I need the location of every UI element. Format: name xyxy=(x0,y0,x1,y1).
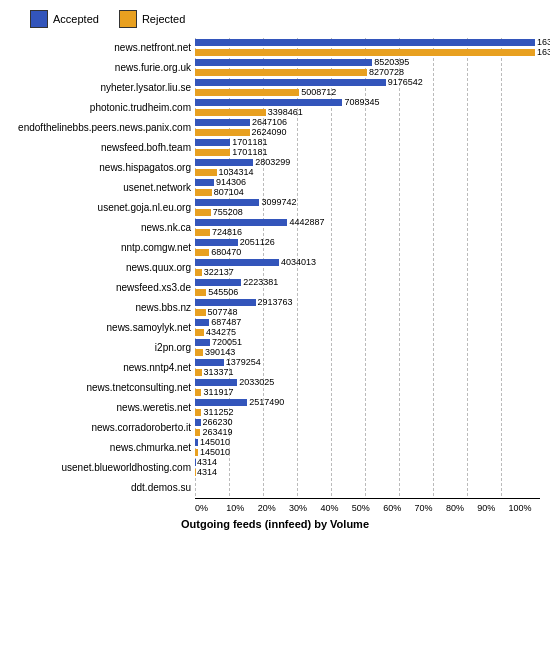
row-label: newsfeed.bofh.team xyxy=(10,142,195,153)
bar-section: 720051390143 xyxy=(195,338,540,356)
bar-accepted xyxy=(195,239,238,246)
bar-section: 914306807104 xyxy=(195,178,540,196)
row-label: news.corradoroberto.it xyxy=(10,422,195,433)
bar-section: 1379254313371 xyxy=(195,358,540,376)
x-axis-label: 0% xyxy=(195,503,226,513)
bar-section: 2223381545506 xyxy=(195,278,540,296)
bar-accepted xyxy=(195,59,372,66)
bar-accepted xyxy=(195,319,209,326)
bar-rejected xyxy=(195,89,299,96)
bar-rejected xyxy=(195,189,212,196)
row-label: usenet.blueworldhosting.com xyxy=(10,462,195,473)
row-label: usenet.network xyxy=(10,182,195,193)
table-row: news.furie.org.uk85203958270728 xyxy=(10,58,540,76)
table-row: usenet.goja.nl.eu.org3099742755208 xyxy=(10,198,540,216)
table-row: news.hispagatos.org28032991034314 xyxy=(10,158,540,176)
accepted-value: 1379254 xyxy=(226,357,261,367)
row-label: newsfeed.xs3.de xyxy=(10,282,195,293)
bar-rejected xyxy=(195,289,206,296)
bar-rejected xyxy=(195,109,266,116)
bar-section: 43144314 xyxy=(195,458,540,476)
bar-rejected xyxy=(195,169,217,176)
table-row: news.netfront.net1635247416352474 xyxy=(10,38,540,56)
bar-section xyxy=(195,478,540,496)
bar-rejected xyxy=(195,269,202,276)
accepted-value: 145010 xyxy=(200,437,230,447)
accepted-value: 4034013 xyxy=(281,257,316,267)
bar-rejected xyxy=(195,429,200,436)
rejected-value: 3398461 xyxy=(268,107,303,117)
accepted-value: 4314 xyxy=(197,457,217,467)
rejected-value: 1701181 xyxy=(232,147,267,157)
bar-accepted xyxy=(195,379,237,386)
chart-title: Outgoing feeds (innfeed) by Volume xyxy=(10,518,540,530)
bar-section: 145010145010 xyxy=(195,438,540,456)
accepted-value: 720051 xyxy=(212,337,242,347)
x-axis-label: 80% xyxy=(446,503,477,513)
table-row: news.chmurka.net145010145010 xyxy=(10,438,540,456)
table-row: ddt.demos.su xyxy=(10,478,540,496)
rejected-value: 263419 xyxy=(202,427,232,437)
rejected-value: 545506 xyxy=(208,287,238,297)
bar-rejected xyxy=(195,249,209,256)
accepted-value: 266230 xyxy=(203,417,233,427)
rejected-value: 755208 xyxy=(213,207,243,217)
bar-accepted xyxy=(195,439,198,446)
x-axis-label: 60% xyxy=(383,503,414,513)
legend-accepted-label: Accepted xyxy=(53,13,99,25)
bar-section: 28032991034314 xyxy=(195,158,540,176)
bar-accepted xyxy=(195,199,259,206)
bar-rejected xyxy=(195,409,201,416)
bar-section: 687487434275 xyxy=(195,318,540,336)
bar-section: 266230263419 xyxy=(195,418,540,436)
bar-rejected xyxy=(195,369,202,376)
row-label: news.tnetconsulting.net xyxy=(10,382,195,393)
bar-accepted xyxy=(195,219,287,226)
rejected-value: 145010 xyxy=(200,447,230,457)
x-axis-labels: 0%10%20%30%40%50%60%70%80%90%100% xyxy=(195,503,540,513)
legend: Accepted Rejected xyxy=(30,10,540,28)
bar-section: 85203958270728 xyxy=(195,58,540,76)
legend-accepted: Accepted xyxy=(30,10,99,28)
table-row: news.corradoroberto.it266230263419 xyxy=(10,418,540,436)
bar-accepted xyxy=(195,279,241,286)
accepted-value: 687487 xyxy=(211,317,241,327)
accepted-value: 2223381 xyxy=(243,277,278,287)
row-label: news.furie.org.uk xyxy=(10,62,195,73)
table-row: usenet.network914306807104 xyxy=(10,178,540,196)
accepted-value: 2033025 xyxy=(239,377,274,387)
rejected-value: 311252 xyxy=(203,407,233,417)
bar-rejected xyxy=(195,329,204,336)
row-label: news.weretis.net xyxy=(10,402,195,413)
table-row: newsfeed.bofh.team17011811701181 xyxy=(10,138,540,156)
table-row: nntp.comgw.net2051126680470 xyxy=(10,238,540,256)
x-axis-label: 30% xyxy=(289,503,320,513)
x-axis-label: 90% xyxy=(477,503,508,513)
bars-area: news.netfront.net1635247416352474news.fu… xyxy=(10,38,540,496)
bar-section: 2051126680470 xyxy=(195,238,540,256)
bar-rejected xyxy=(195,349,203,356)
rejected-value: 5008712 xyxy=(301,87,336,97)
table-row: news.nk.ca4442887724816 xyxy=(10,218,540,236)
row-label: news.bbs.nz xyxy=(10,302,195,313)
accepted-value: 4442887 xyxy=(289,217,324,227)
row-label: news.hispagatos.org xyxy=(10,162,195,173)
rejected-value: 4314 xyxy=(197,467,217,477)
bar-section: 26471062624090 xyxy=(195,118,540,136)
table-row: newsfeed.xs3.de2223381545506 xyxy=(10,278,540,296)
bar-accepted xyxy=(195,79,386,86)
accepted-value: 16352474 xyxy=(537,37,550,47)
accepted-value: 3099742 xyxy=(261,197,296,207)
bar-section: 91765425008712 xyxy=(195,78,540,96)
table-row: news.samoylyk.net687487434275 xyxy=(10,318,540,336)
table-row: endofthelinebbs.peers.news.panix.com2647… xyxy=(10,118,540,136)
rejected-value: 313371 xyxy=(204,367,234,377)
table-row: usenet.blueworldhosting.com43144314 xyxy=(10,458,540,476)
rejected-value: 507748 xyxy=(208,307,238,317)
x-axis-label: 20% xyxy=(258,503,289,513)
rejected-value: 16352474 xyxy=(537,47,550,57)
row-label: usenet.goja.nl.eu.org xyxy=(10,202,195,213)
chart-container: Accepted Rejected news.netfront.net16352… xyxy=(0,0,550,570)
rejected-value: 322137 xyxy=(204,267,234,277)
row-label: i2pn.org xyxy=(10,342,195,353)
